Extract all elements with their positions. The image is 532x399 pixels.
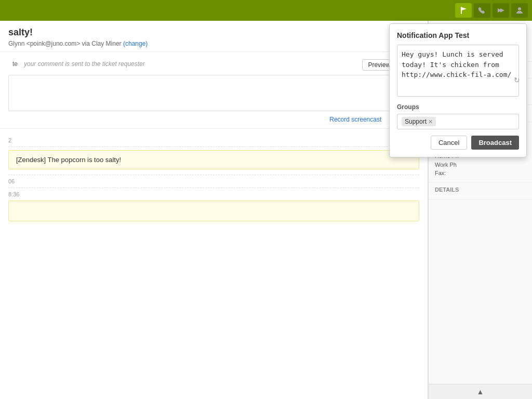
ticket-header: salty! Glynn <poink@juno.com> via Clay M… (0, 21, 428, 52)
popup-actions: Cancel Broadcast (397, 136, 519, 150)
divider-3 (8, 188, 419, 188)
reply-area: te your comment is sent to the ticket re… (0, 52, 428, 129)
divider-1 (8, 147, 419, 147)
reply-hint: your comment is sent to the ticket reque… (24, 60, 145, 68)
groups-field: Support ✕ (397, 114, 519, 129)
notification-popup: Notification App Test ↻ Groups Support ✕… (389, 23, 527, 157)
svg-point-4 (518, 7, 521, 10)
group-tag: Support ✕ (402, 117, 436, 126)
record-screencast-link[interactable]: Record screencast (329, 116, 381, 123)
svg-marker-1 (462, 7, 467, 10)
collapse-button[interactable]: ▲ (429, 384, 532, 399)
user-button[interactable] (511, 3, 528, 18)
details-section: Details (429, 182, 532, 200)
attachment-row: Record screencast Attach file (8, 116, 419, 123)
svg-rect-0 (461, 7, 462, 14)
reply-textarea[interactable] (8, 75, 419, 111)
phone-button[interactable] (474, 3, 490, 18)
popup-title: Notification App Test (397, 31, 519, 39)
change-link[interactable]: (change) (123, 40, 148, 47)
ticket-title: salty! (8, 27, 148, 38)
timestamp-3: 8:36 (8, 191, 419, 197)
group-tag-close[interactable]: ✕ (428, 118, 433, 125)
ticket-body: 2 [Zendesk] The popcorn is too salty! 06… (0, 129, 428, 232)
main-layout: salty! Glynn <poink@juno.com> via Clay M… (0, 21, 532, 399)
ticket-message-2 (8, 201, 419, 221)
broadcast-button[interactable]: Broadcast (471, 136, 519, 150)
reply-tabs: te your comment is sent to the ticket re… (8, 57, 419, 71)
refresh-icon[interactable]: ↻ (514, 76, 520, 84)
flag-button[interactable] (455, 3, 472, 18)
reply-tab-te[interactable]: te (8, 58, 22, 70)
timestamp-2: 06 (8, 178, 419, 184)
top-toolbar (0, 0, 532, 21)
divider-2 (8, 175, 419, 175)
popup-message-textarea[interactable] (397, 45, 519, 97)
ticket-panel: salty! Glynn <poink@juno.com> via Clay M… (0, 21, 428, 399)
ticket-from: Glynn <poink@juno.com> via Clay Miner (c… (8, 40, 148, 47)
details-label: Details (435, 187, 526, 193)
cancel-button[interactable]: Cancel (431, 136, 467, 150)
timestamp-1: 2 (8, 137, 419, 143)
forward-button[interactable] (493, 3, 509, 18)
groups-label: Groups (397, 103, 519, 111)
ticket-message-1: [Zendesk] The popcorn is too salty! (8, 150, 419, 169)
svg-marker-3 (500, 8, 504, 12)
right-panel-content (429, 200, 532, 251)
